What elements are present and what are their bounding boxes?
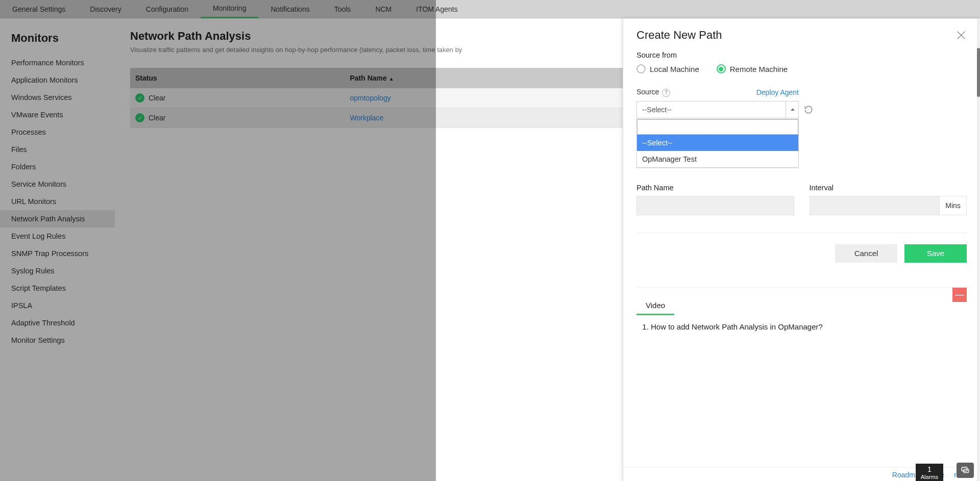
video-link-1[interactable]: How to add Network Path Analysis in OpMa… xyxy=(651,322,967,331)
alarms-badge[interactable]: 1 Alarms xyxy=(916,464,943,481)
radio-icon xyxy=(636,64,646,73)
radio-local-label: Local Machine xyxy=(650,65,699,73)
create-path-drawer: Create New Path Source from Local Machin… xyxy=(623,18,980,481)
radio-remote-label: Remote Machine xyxy=(730,65,788,73)
deploy-agent-link[interactable]: Deploy Agent xyxy=(756,88,799,96)
interval-label: Interval xyxy=(810,184,967,192)
drawer-scrollbar[interactable] xyxy=(977,18,980,481)
tab-video[interactable]: Video xyxy=(636,297,674,315)
collapse-icon[interactable]: — xyxy=(952,288,967,302)
dropdown-option[interactable]: --Select-- xyxy=(637,135,798,151)
path-name-label: Path Name xyxy=(636,184,794,192)
interval-input[interactable] xyxy=(810,196,940,215)
dropdown-search-input[interactable] xyxy=(637,119,798,135)
divider xyxy=(636,233,967,233)
radio-local-machine[interactable]: Local Machine xyxy=(636,64,699,73)
source-select-display[interactable]: --Select-- xyxy=(636,101,799,118)
chevron-up-icon[interactable] xyxy=(786,101,799,118)
help-icon[interactable]: ? xyxy=(662,89,670,97)
source-from-label: Source from xyxy=(636,51,967,59)
radio-remote-machine[interactable]: Remote Machine xyxy=(717,64,788,73)
source-label: Source? xyxy=(636,88,670,97)
modal-backdrop xyxy=(0,0,436,481)
alarms-count: 1 xyxy=(921,465,938,474)
save-button[interactable]: Save xyxy=(904,244,967,263)
refresh-icon[interactable] xyxy=(804,105,813,114)
close-icon[interactable] xyxy=(955,30,967,41)
alarms-label: Alarms xyxy=(921,474,938,480)
path-name-input[interactable] xyxy=(636,196,794,215)
drawer-title: Create New Path xyxy=(636,29,722,42)
chat-icon[interactable] xyxy=(957,463,974,478)
interval-unit: Mins xyxy=(939,196,967,215)
source-select[interactable]: --Select-- --Select--OpManager Test xyxy=(636,101,799,118)
source-dropdown-panel: --Select--OpManager Test xyxy=(636,119,799,168)
radio-icon xyxy=(717,64,726,73)
video-section: — Video How to add Network Path Analysis… xyxy=(636,287,967,331)
cancel-button[interactable]: Cancel xyxy=(835,244,897,263)
source-from-radios: Local Machine Remote Machine xyxy=(636,64,967,73)
dropdown-option[interactable]: OpManager Test xyxy=(637,151,798,167)
